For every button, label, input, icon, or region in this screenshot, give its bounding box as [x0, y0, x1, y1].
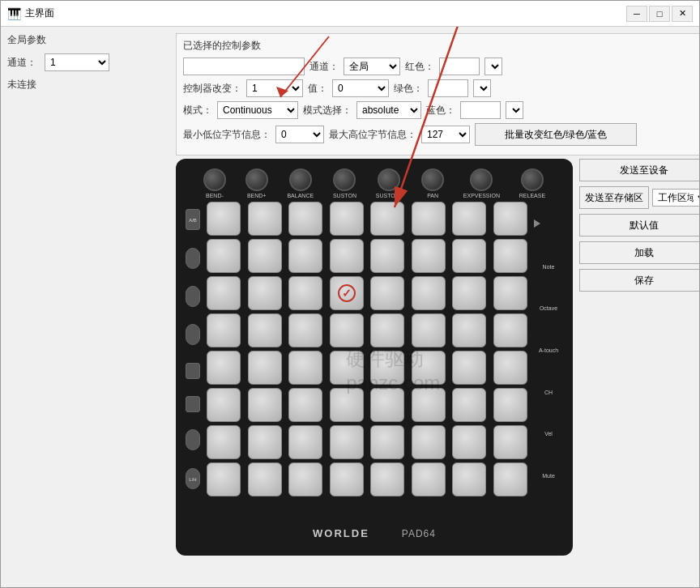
green-select[interactable] [473, 79, 491, 97]
pad-4[interactable] [370, 202, 404, 236]
pad-58[interactable] [288, 462, 322, 496]
pad-50[interactable] [288, 425, 322, 459]
pad-40[interactable] [207, 388, 241, 422]
pad-36[interactable] [370, 351, 404, 385]
blue-select[interactable] [506, 101, 523, 119]
pad-49[interactable] [248, 425, 282, 459]
pad-51[interactable] [330, 425, 364, 459]
pad-46[interactable] [452, 388, 486, 422]
pad-32[interactable] [207, 351, 241, 385]
pad-48[interactable] [207, 425, 241, 459]
pad-33[interactable] [248, 351, 282, 385]
knob-release-ctrl[interactable] [521, 168, 544, 191]
blue-input[interactable]: 100 [460, 101, 501, 119]
pad-44[interactable] [370, 388, 404, 422]
pad-25[interactable] [248, 313, 282, 347]
pad-41[interactable] [248, 388, 282, 422]
pad-2[interactable] [288, 202, 322, 236]
pad-29[interactable] [412, 313, 446, 347]
pad-8[interactable] [207, 239, 241, 273]
side-btn-end[interactable] [186, 429, 200, 450]
mode-select[interactable]: Continuous Note on/off [217, 101, 298, 119]
max-select[interactable]: 127 [421, 126, 470, 143]
pad-55[interactable] [493, 425, 527, 459]
pad-12[interactable] [370, 239, 404, 273]
load-button[interactable]: 加载 [579, 241, 699, 264]
pad-62[interactable] [452, 462, 486, 496]
pad-16[interactable] [207, 276, 241, 310]
value-select[interactable]: 0 [332, 79, 389, 97]
knob-balance-ctrl[interactable] [289, 168, 312, 191]
knob-pan-ctrl[interactable] [421, 168, 444, 191]
pad-15[interactable] [493, 239, 527, 273]
pad-13[interactable] [412, 239, 446, 273]
side-btn-ab[interactable]: A/B [186, 209, 200, 230]
controller-select[interactable]: 1 [246, 79, 303, 97]
pad-22[interactable] [452, 276, 486, 310]
send-storage-button[interactable]: 发送至存储区 [579, 186, 649, 209]
pad-10[interactable] [288, 239, 322, 273]
pad-28[interactable] [370, 313, 404, 347]
pad-53[interactable] [412, 425, 446, 459]
save-button[interactable]: 保存 [579, 269, 699, 292]
pad-name-input[interactable]: 打击垫 #12 [183, 58, 305, 75]
pad-39[interactable] [493, 351, 527, 385]
pad-24[interactable] [207, 313, 241, 347]
red-select[interactable] [484, 58, 502, 75]
pad-27[interactable] [330, 313, 364, 347]
pad-57[interactable] [248, 462, 282, 496]
side-btn-play[interactable] [186, 248, 200, 269]
channel-select-r1[interactable]: 全局 [344, 58, 400, 75]
mode-type-select[interactable]: absolute relative [356, 101, 421, 119]
knob-bend-minus-ctrl[interactable] [203, 168, 226, 191]
pad-63[interactable] [493, 462, 527, 496]
pad-5[interactable] [412, 202, 446, 236]
pad-19[interactable]: ✓ [330, 276, 364, 310]
pad-38[interactable] [452, 351, 486, 385]
pad-56[interactable] [207, 462, 241, 496]
knob-sustoff-ctrl[interactable] [378, 168, 400, 191]
knob-expression-ctrl[interactable] [470, 168, 493, 191]
red-input[interactable]: 100 [439, 58, 480, 75]
pad-47[interactable] [493, 388, 527, 422]
pad-35[interactable] [330, 351, 364, 385]
pad-17[interactable] [248, 276, 282, 310]
channel-select[interactable]: 1 [45, 53, 109, 71]
storage-area-select[interactable]: 工作区域 [652, 189, 699, 207]
side-btn-square[interactable] [186, 396, 200, 412]
green-input[interactable]: 100 [428, 79, 468, 97]
pad-61[interactable] [412, 462, 446, 496]
pad-7[interactable] [493, 202, 527, 236]
pad-0[interactable] [207, 202, 241, 236]
close-button[interactable]: ✕ [672, 6, 693, 22]
pad-21[interactable] [412, 276, 446, 310]
side-btn-skip-fwd[interactable] [186, 286, 200, 307]
pad-6[interactable] [452, 202, 486, 236]
batch-color-button[interactable]: 批量改变红色/绿色/蓝色 [475, 123, 637, 146]
pad-45[interactable] [412, 388, 446, 422]
pad-37[interactable] [412, 351, 446, 385]
send-device-button[interactable]: 发送至设备 [579, 159, 699, 181]
pad-31[interactable] [493, 313, 527, 347]
pad-23[interactable] [493, 276, 527, 310]
pad-18[interactable] [288, 276, 322, 310]
pad-54[interactable] [452, 425, 486, 459]
side-btn-skip-back[interactable] [186, 324, 200, 345]
pad-20[interactable] [370, 276, 404, 310]
pad-34[interactable] [288, 351, 322, 385]
side-btn-circle[interactable] [186, 363, 200, 379]
pad-43[interactable] [330, 388, 364, 422]
pad-1[interactable] [248, 202, 282, 236]
pad-59[interactable] [330, 462, 364, 496]
pad-30[interactable] [452, 313, 486, 347]
pad-26[interactable] [288, 313, 322, 347]
min-select[interactable]: 0 [275, 126, 324, 143]
knob-bend-plus-ctrl[interactable] [245, 168, 268, 191]
pad-11[interactable] [330, 239, 364, 273]
pad-14[interactable] [452, 239, 486, 273]
pad-3[interactable] [330, 202, 364, 236]
default-button[interactable]: 默认值 [579, 214, 699, 236]
side-btn-lh[interactable]: L/H [186, 468, 200, 489]
pad-52[interactable] [370, 425, 404, 459]
maximize-button[interactable]: □ [649, 6, 670, 22]
